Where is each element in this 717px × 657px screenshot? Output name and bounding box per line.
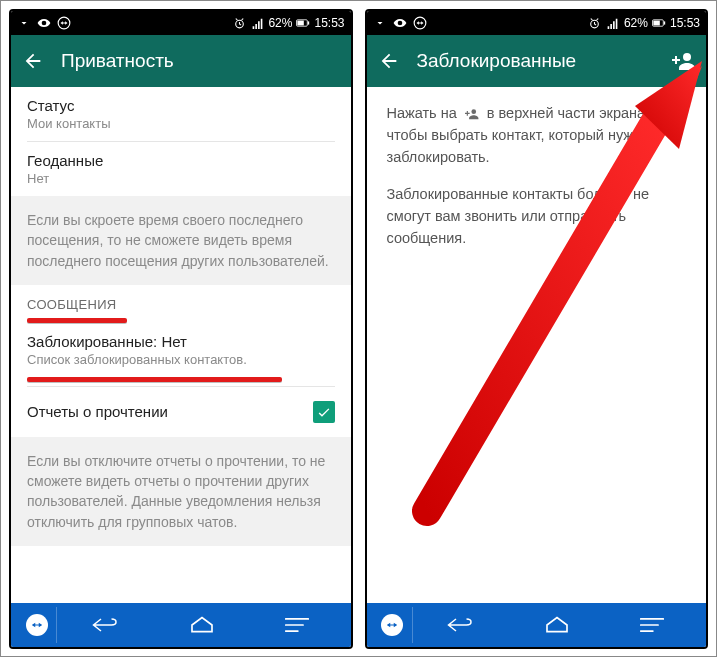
setting-value: Нет <box>27 171 335 186</box>
svg-rect-3 <box>298 21 304 26</box>
checkbox-checked-icon[interactable] <box>313 401 335 423</box>
battery-percent: 62% <box>624 16 648 30</box>
nav-back-button[interactable] <box>87 607 127 643</box>
battery-icon <box>652 16 666 30</box>
eye-icon <box>37 16 51 30</box>
nav-recent-button[interactable] <box>277 607 317 643</box>
nav-teamviewer[interactable] <box>373 607 413 643</box>
alarm-icon <box>588 16 602 30</box>
back-button[interactable] <box>377 49 401 73</box>
nav-recent-button[interactable] <box>632 607 672 643</box>
chevron-down-icon <box>373 16 387 30</box>
setting-blocked[interactable]: Заблокированные: Нет Список заблокирован… <box>11 327 351 377</box>
person-add-icon <box>463 107 481 121</box>
add-contact-button[interactable] <box>672 49 696 73</box>
teamviewer-icon <box>381 614 403 636</box>
clock-time: 15:53 <box>670 16 700 30</box>
chevron-down-icon <box>17 16 31 30</box>
annotation-underline <box>27 318 127 323</box>
settings-content: Статус Мои контакты Геоданные Нет Если в… <box>11 87 351 603</box>
section-header-label: СООБЩЕНИЯ <box>27 297 117 312</box>
instruction-text: Нажать на в верхней части экрана, чтобы … <box>367 87 707 176</box>
svg-rect-12 <box>664 21 665 24</box>
clock-time: 15:53 <box>314 16 344 30</box>
navbar <box>11 603 351 647</box>
battery-percent: 62% <box>268 16 292 30</box>
alarm-icon <box>232 16 246 30</box>
phone-right: 62% 15:53 Заблокированные Нажать на в ве… <box>365 9 709 649</box>
svg-rect-4 <box>308 21 309 24</box>
appbar: Заблокированные <box>367 35 707 87</box>
eye-icon <box>393 16 407 30</box>
blocked-content: Нажать на в верхней части экрана, чтобы … <box>367 87 707 603</box>
nav-home-button[interactable] <box>182 607 222 643</box>
appbar: Приватность <box>11 35 351 87</box>
section-header-messages: СООБЩЕНИЯ <box>11 285 351 318</box>
battery-icon <box>296 16 310 30</box>
teamviewer-icon <box>26 614 48 636</box>
text-part: Нажать на <box>387 105 461 121</box>
signal-icon <box>606 16 620 30</box>
svg-rect-11 <box>653 21 659 26</box>
info-read-receipts: Если вы отключите отчеты о прочтении, то… <box>11 437 351 546</box>
setting-status[interactable]: Статус Мои контакты <box>11 87 351 141</box>
appbar-title: Приватность <box>61 50 174 72</box>
setting-label: Геоданные <box>27 152 335 169</box>
back-button[interactable] <box>21 49 45 73</box>
phone-left: 62% 15:53 Приватность Статус Мои контакт… <box>9 9 353 649</box>
teamviewer-status-icon <box>413 16 427 30</box>
annotation-underline <box>27 377 282 382</box>
setting-label: Заблокированные: Нет <box>27 333 335 350</box>
setting-label: Статус <box>27 97 335 114</box>
nav-home-button[interactable] <box>537 607 577 643</box>
setting-read-receipts[interactable]: Отчеты о прочтении <box>11 387 351 437</box>
signal-icon <box>250 16 264 30</box>
appbar-title: Заблокированные <box>417 50 577 72</box>
instruction-text-2: Заблокированные контакты больше не смогу… <box>367 176 707 257</box>
setting-value: Список заблокированных контактов. <box>27 352 335 367</box>
svg-point-13 <box>683 53 691 61</box>
nav-back-button[interactable] <box>442 607 482 643</box>
info-last-seen: Если вы скроете время своего последнего … <box>11 196 351 285</box>
setting-geo[interactable]: Геоданные Нет <box>11 142 351 196</box>
statusbar: 62% 15:53 <box>367 11 707 35</box>
nav-teamviewer[interactable] <box>17 607 57 643</box>
setting-label: Отчеты о прочтении <box>27 403 313 420</box>
setting-value: Мои контакты <box>27 116 335 131</box>
statusbar: 62% 15:53 <box>11 11 351 35</box>
teamviewer-status-icon <box>57 16 71 30</box>
svg-point-14 <box>471 110 476 115</box>
navbar <box>367 603 707 647</box>
